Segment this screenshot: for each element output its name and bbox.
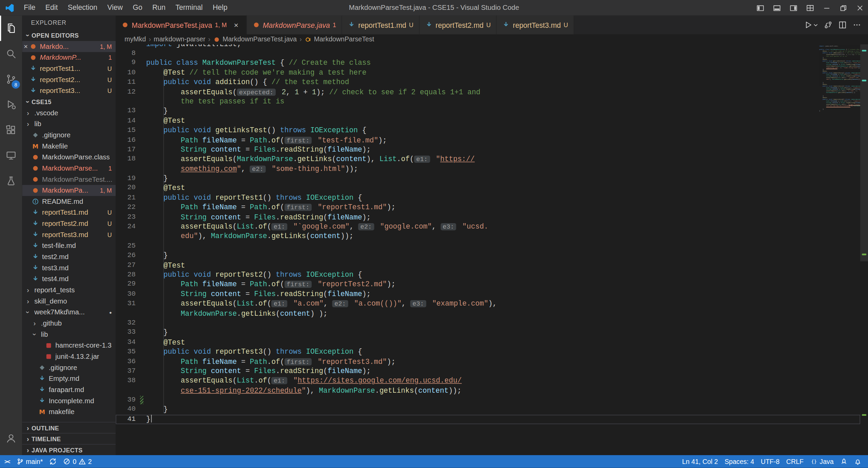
file-markdownparse.class[interactable]: MarkdownParse.class — [22, 152, 116, 163]
status-cursor-position[interactable]: Ln 41, Col 2 — [679, 455, 721, 468]
file-test3.md[interactable]: test3.md — [22, 262, 116, 274]
markdown-file-icon — [425, 21, 433, 29]
tab-reporttest2.md[interactable]: reportTest2.mdU — [419, 16, 497, 35]
folder-.github[interactable]: ›.github — [22, 318, 116, 329]
sidebar-more-actions-button[interactable] — [103, 18, 111, 27]
menu-view[interactable]: View — [102, 0, 128, 16]
open-editor-reporttest1...[interactable]: reportTest1...U — [22, 63, 116, 74]
file-markdownpa...[interactable]: MarkdownPa...1, M — [22, 185, 116, 196]
close-icon[interactable]: × — [22, 43, 29, 51]
activity-explorer[interactable] — [0, 16, 22, 41]
file-markdownparsetest....[interactable]: MarkdownParseTest.... — [22, 174, 116, 185]
folder-.vscode[interactable]: ›.vscode — [22, 108, 116, 119]
activity-run-and-debug[interactable] — [0, 92, 22, 117]
breadcrumb-markdownparsetest[interactable]: MarkdownParseTest — [304, 35, 375, 43]
file-incomplete.md[interactable]: Incomplete.md — [22, 395, 116, 407]
folder-lib[interactable]: ›lib — [22, 118, 116, 130]
vertical-scrollbar[interactable] — [860, 44, 868, 455]
activity-extensions[interactable] — [0, 117, 22, 143]
file-farapart.md[interactable]: farapart.md — [22, 384, 116, 395]
activity-accounts[interactable] — [0, 425, 22, 451]
open-editors-header[interactable]: › OPEN EDITORS — [22, 30, 116, 41]
code-line: 13 } — [116, 106, 860, 116]
file-reporttest3.md[interactable]: reportTest3.mdU — [22, 229, 116, 240]
file-makefile[interactable]: MMakefile — [22, 141, 116, 152]
file-reporttest1.md[interactable]: reportTest1.mdU — [22, 207, 116, 218]
split-editor-button[interactable] — [837, 19, 848, 31]
file-test4.md[interactable]: test4.md — [22, 274, 116, 285]
activity-testing[interactable] — [0, 168, 22, 194]
toggle-panel-button[interactable] — [768, 0, 785, 16]
folder-week7mkd-ma...[interactable]: ›week7Mkd\ma...● — [22, 307, 116, 318]
vscode-window: FileEditSelectionViewGoRunTerminalHelp M… — [0, 0, 868, 468]
layout-icon — [806, 4, 814, 12]
breadcrumb-markdownparsetest.java[interactable]: MarkdownParseTest.java — [213, 35, 297, 43]
section-outline[interactable]: ›OUTLINE — [22, 422, 116, 433]
minimize-button[interactable] — [818, 0, 835, 16]
file-junit-4.13.2.jar[interactable]: junit-4.13.2.jar — [22, 351, 116, 362]
file-readme.md[interactable]: README.md — [22, 196, 116, 207]
breadcrumb-mymkd[interactable]: myMkd — [124, 35, 146, 43]
folder-report4-tests[interactable]: ›report4_tests — [22, 285, 116, 296]
breadcrumb-markdown-parser[interactable]: markdown-parser — [153, 35, 206, 43]
open-editor-reporttest2...[interactable]: reportTest2...U — [22, 74, 116, 85]
file-hamcrest-core-1.3....[interactable]: hamcrest-core-1.3.... — [22, 340, 116, 351]
toggle-secondary-sidebar-button[interactable] — [785, 0, 802, 16]
tab-markdownparse.java[interactable]: MarkdownParse.java1 — [247, 16, 342, 35]
file-empty.md[interactable]: Empty.md — [22, 373, 116, 384]
status-remote-indicator[interactable]: >< — [1, 455, 13, 468]
java-file-icon — [32, 164, 39, 172]
folder-skill-demo[interactable]: ›skill_demo — [22, 296, 116, 307]
menu-go[interactable]: Go — [128, 0, 147, 16]
status-notifications[interactable] — [851, 455, 865, 468]
open-editor-markdo...[interactable]: ×Markdo...1, M — [22, 41, 116, 52]
open-changes-button[interactable] — [823, 19, 834, 31]
status-branch[interactable]: main* — [13, 455, 46, 468]
section-timeline[interactable]: ›TIMELINE — [22, 433, 116, 444]
project-header[interactable]: › CSE15 — [22, 96, 116, 108]
menu-selection[interactable]: Selection — [63, 0, 102, 16]
file-.gitignore[interactable]: .gitignore — [22, 362, 116, 373]
folder-lib[interactable]: ›lib — [22, 329, 116, 340]
tab-reporttest3.md[interactable]: reportTest3.mdU — [497, 16, 574, 35]
close-button[interactable] — [851, 0, 868, 16]
status-eol[interactable]: CRLF — [783, 455, 807, 468]
decoration-badge: U — [104, 209, 112, 216]
tab-markdownparsetest.java[interactable]: MarkdownParseTest.java1, M× — [116, 16, 246, 35]
run-button[interactable] — [803, 19, 819, 31]
menu-help[interactable]: Help — [208, 0, 232, 16]
open-editor-markdownp...[interactable]: MarkdownP...1 — [22, 52, 116, 63]
menu-run[interactable]: Run — [147, 0, 171, 16]
tab-decoration-badge: U — [564, 22, 568, 28]
file-markdownparse...[interactable]: MarkdownParse...1 — [22, 163, 116, 174]
menu-terminal[interactable]: Terminal — [171, 0, 208, 16]
file-test2.md[interactable]: test2.md — [22, 251, 116, 262]
tab-reporttest1.md[interactable]: reportTest1.mdU — [342, 16, 419, 35]
status-problems[interactable]: 02 — [60, 455, 95, 468]
file-makefile[interactable]: Mmakefile — [22, 406, 116, 417]
menu-file[interactable]: File — [19, 0, 41, 16]
status-language-mode[interactable]: {}Java — [807, 455, 837, 468]
status-indentation[interactable]: Spaces: 4 — [721, 455, 757, 468]
open-editor-reporttest3...[interactable]: reportTest3...U — [22, 85, 116, 96]
status-sync[interactable] — [46, 455, 60, 468]
activity-remote-explorer[interactable] — [0, 143, 22, 168]
activity-search[interactable] — [0, 41, 22, 66]
menu-edit[interactable]: Edit — [40, 0, 63, 16]
close-icon[interactable]: × — [232, 20, 240, 29]
status-java-status[interactable] — [837, 455, 851, 468]
toggle-primary-sidebar-button[interactable] — [752, 0, 768, 16]
minimap[interactable]: import java.util.List;public class Markd… — [817, 45, 860, 112]
scrollbar-slider[interactable] — [860, 44, 868, 261]
restore-button[interactable] — [835, 0, 851, 16]
section-java-projects[interactable]: ›JAVA PROJECTS — [22, 444, 116, 455]
file-.gitignore[interactable]: .gitignore — [22, 130, 116, 141]
code-content[interactable]: import java.util.List;8 9public class Ma… — [116, 44, 860, 455]
file-test-file.md[interactable]: test-file.md — [22, 240, 116, 252]
customize-layout-button[interactable] — [802, 0, 818, 16]
activity-source-control[interactable]: 8 — [0, 66, 22, 92]
file-reporttest2.md[interactable]: reportTest2.mdU — [22, 218, 116, 229]
status-encoding[interactable]: UTF-8 — [757, 455, 783, 468]
more-actions-button[interactable] — [851, 19, 863, 31]
line-number: 18 — [116, 155, 136, 164]
